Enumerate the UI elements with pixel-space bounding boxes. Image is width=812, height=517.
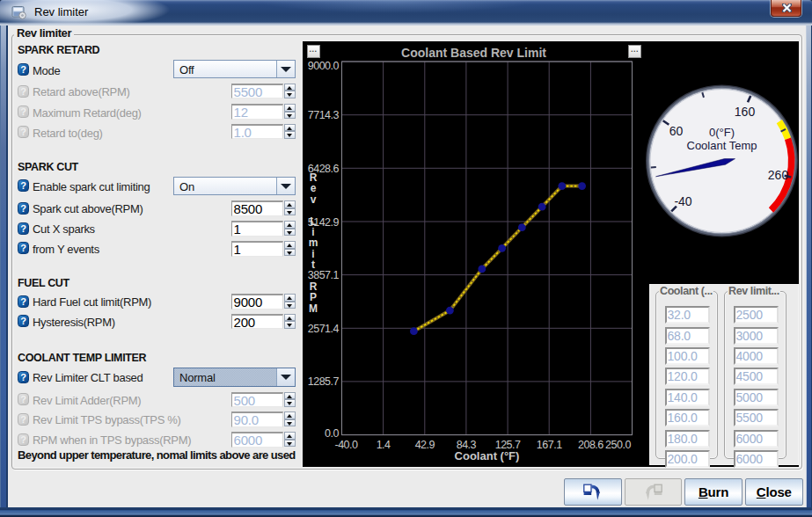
svg-text:Coolant Temp: Coolant Temp <box>686 139 757 152</box>
svg-text:-40.0: -40.0 <box>334 439 358 451</box>
svg-text:260: 260 <box>767 168 788 182</box>
svg-text:250.0: 250.0 <box>605 439 631 451</box>
svg-text:-40: -40 <box>674 194 691 208</box>
svg-text:1285.7: 1285.7 <box>307 375 339 388</box>
svg-text:1.4: 1.4 <box>376 439 390 451</box>
svg-text:0.0: 0.0 <box>325 427 339 440</box>
svg-text:208.6: 208.6 <box>578 439 604 451</box>
svg-text:7714.3: 7714.3 <box>307 109 339 121</box>
svg-text:M: M <box>309 302 318 315</box>
svg-text:42.9: 42.9 <box>414 439 435 451</box>
svg-text:9000.0: 9000.0 <box>307 60 339 72</box>
svg-text:Coolant Based Rev Limit: Coolant Based Rev Limit <box>401 46 546 60</box>
svg-text:0(°F): 0(°F) <box>708 126 734 139</box>
svg-text:60: 60 <box>669 124 683 138</box>
svg-text:167.1: 167.1 <box>536 439 561 451</box>
svg-text:2571.4: 2571.4 <box>307 323 339 335</box>
svg-text:t: t <box>311 258 315 271</box>
svg-text:Coolant (°F): Coolant (°F) <box>454 449 519 462</box>
svg-text:160: 160 <box>734 105 755 119</box>
svg-text:v: v <box>310 193 316 206</box>
